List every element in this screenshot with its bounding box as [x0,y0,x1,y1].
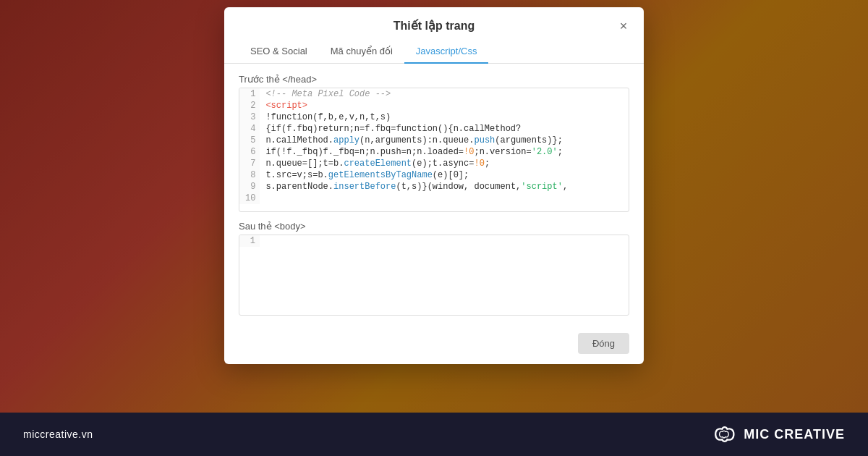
tab-redirect[interactable]: Mã chuyển đối [319,40,404,64]
head-code-area[interactable]: 1 <!-- Meta Pixel Code --> 2 <script> 3 … [239,88,629,211]
head-section: Trước thẻ </head> 1 <!-- Meta Pixel Code… [239,74,629,212]
code-line-2: 2 <script> [239,100,629,111]
site-url: miccreative.vn [23,428,93,440]
modal-footer: Đóng [224,326,644,364]
body-code-editor[interactable]: 1 [239,235,629,316]
code-line-6: 6 if(!f._fbq)f._fbq=n;n.push=n;n.loaded=… [239,146,629,158]
modal-header: Thiết lập trang × [224,7,644,33]
tab-seo-social[interactable]: SEO & Social [239,40,319,64]
modal-tabs: SEO & Social Mã chuyển đối Javascript/Cs… [224,33,644,64]
modal-overlay: Thiết lập trang × SEO & Social Mã chuyển… [0,0,868,413]
code-line-3: 3 !function(f,b,e,v,n,t,s) [239,111,629,123]
brand-name-text: MIC CREATIVE [744,427,845,442]
body-section-label: Sau thẻ <body> [239,221,629,232]
body-code-area[interactable]: 1 [239,235,629,315]
modal-title: Thiết lập trang [393,19,475,33]
code-line-5: 5 n.callMethod.apply(n,arguments):n.queu… [239,135,629,146]
brand-section: MIC CREATIVE [710,421,845,447]
code-line-9: 9 s.parentNode.insertBefore(t,s)}(window… [239,181,629,193]
tab-javascript-css[interactable]: Javascript/Css [404,40,489,64]
code-line-7: 7 n.queue=[];t=b.createElement(e);t.asyn… [239,158,629,169]
code-line-4: 4 {if(f.fbq)return;n=f.fbq=function(){n.… [239,123,629,135]
code-line-8: 8 t.src=v;s=b.getElementsByTagName(e)[0]… [239,169,629,181]
body-section: Sau thẻ <body> 1 [239,221,629,316]
close-button[interactable]: Đóng [578,333,629,354]
brand-logo-icon [710,421,736,447]
modal-close-button[interactable]: × [615,17,632,35]
bottom-bar: miccreative.vn MIC CREATIVE [0,413,868,456]
modal-body: Trước thẻ </head> 1 <!-- Meta Pixel Code… [224,64,644,326]
head-section-label: Trước thẻ </head> [239,74,629,85]
head-code-lines: 1 <!-- Meta Pixel Code --> 2 <script> 3 … [239,88,629,204]
code-line-10: 10 [239,193,629,204]
code-line-1: 1 <!-- Meta Pixel Code --> [239,88,629,100]
body-code-line-1: 1 [239,235,629,247]
modal-dialog: Thiết lập trang × SEO & Social Mã chuyển… [224,7,644,364]
body-code-lines: 1 [239,235,629,247]
head-code-editor[interactable]: 1 <!-- Meta Pixel Code --> 2 <script> 3 … [239,88,629,212]
